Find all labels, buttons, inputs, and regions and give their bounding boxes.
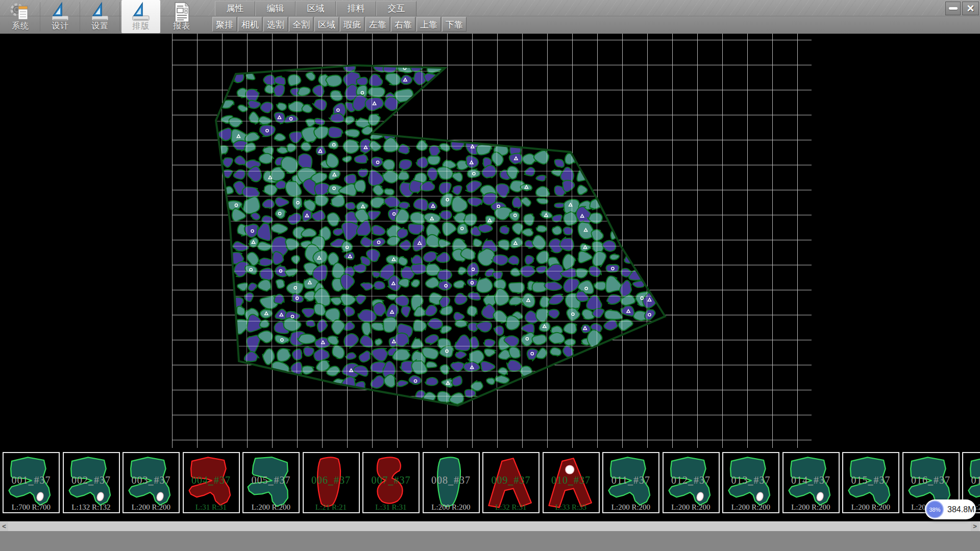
thumbnail-cell[interactable]: 013_#37L:200 R:200 [722, 452, 779, 513]
tab-nesting[interactable]: 排料 [336, 1, 376, 16]
cut-all-button[interactable]: 全割 [289, 17, 313, 32]
leather-hide-nest[interactable] [172, 34, 812, 448]
thumbnail-cell[interactable]: 005_#37L:200 R:200 [242, 452, 300, 513]
close-button[interactable]: ✕ [962, 2, 979, 15]
thumbnail-name-label: 006_#37 [304, 474, 359, 486]
thumbnail-counts-label: L:200 R:200 [424, 503, 479, 512]
thumbnail-name-label: 005_#37 [243, 474, 299, 486]
cpu-percent-indicator: 38% [926, 500, 944, 518]
thumbnail-counts-label: L:200 R:200 [243, 503, 299, 512]
set-square-icon [41, 2, 80, 23]
thumbnail-cell[interactable]: 002_#37L:132 R:132 [63, 452, 120, 513]
align-bottom-button[interactable]: 下靠 [442, 17, 467, 32]
thumbnail-name-label: 016_#37 [903, 474, 959, 486]
thumbnail-counts-label: L:200 R:200 [664, 503, 719, 512]
grid-overlay [172, 34, 812, 448]
horizontal-scrollbar[interactable]: < > [0, 521, 980, 531]
thumbnail-name-label: 004_#37 [184, 474, 239, 486]
thumbnail-cell[interactable]: 007_#37L:31 R:31 [362, 452, 420, 513]
system-button-label: 系统 [1, 21, 40, 32]
layout-button-label: 排版 [121, 21, 160, 32]
align-left-button[interactable]: 左靠 [365, 17, 390, 32]
thumbnail-cell[interactable]: 008_#37L:200 R:200 [423, 452, 480, 513]
design-button-label: 设计 [41, 21, 80, 32]
memory-value: 384.8M [947, 499, 974, 519]
piece-thumbnail-strip: 001_#37L:700 R:700002_#37L:132 R:132003_… [0, 448, 980, 521]
thumbnail-counts-label: L:31 R:31 [184, 503, 239, 512]
thumbnail-counts-label: L:200 R:200 [843, 503, 898, 512]
settings-button-label: 设置 [81, 21, 119, 32]
thumbnail-counts-label: L:200 R:200 [783, 503, 839, 512]
memory-usage-badge[interactable]: 38% 384.8M [925, 499, 976, 519]
region-button[interactable]: 区域 [314, 17, 339, 32]
thumbnail-counts-label: L:200 R:200 [603, 503, 658, 512]
align-right-button[interactable]: 右靠 [391, 17, 415, 32]
select-cut-button[interactable]: 选割 [263, 17, 288, 32]
thumbnail-name-label: 014_#37 [783, 474, 839, 486]
thumbnail-name-label: 011_#37 [603, 474, 658, 486]
thumbnail-cell[interactable]: 003_#37L:200 R:200 [122, 452, 180, 513]
minimize-icon [949, 7, 958, 10]
settings-button[interactable]: 设置 [81, 0, 119, 33]
set-square-icon [121, 2, 160, 23]
gear-icon [1, 2, 40, 23]
tab-edit[interactable]: 编辑 [255, 1, 296, 16]
thumbnail-name-label: 012_#37 [664, 474, 719, 486]
camera-button[interactable]: 相机 [238, 17, 262, 32]
tab-region[interactable]: 区域 [296, 1, 336, 16]
thumbnail-counts-label: L:200 R:200 [723, 503, 778, 512]
system-button[interactable]: 系统 [1, 0, 40, 33]
thumbnail-cell[interactable]: 010_#37L:33 R:33 [543, 452, 600, 513]
thumbnail-counts-label: L:32 R:31 [483, 503, 538, 512]
piece-hole [565, 465, 574, 474]
thumbnail-counts-label: L:132 R:132 [64, 503, 119, 512]
design-button[interactable]: 设计 [41, 0, 80, 33]
scroll-left-arrow-icon[interactable]: < [0, 522, 8, 531]
close-icon: ✕ [967, 4, 975, 13]
thumbnail-name-label: 002_#37 [64, 474, 119, 486]
thumbnail-name-label: 008_#37 [424, 474, 479, 486]
thumbnail-name-label: 003_#37 [124, 474, 179, 486]
thumbnail-cell[interactable]: 004_#37L:31 R:31 [183, 452, 240, 513]
tool-button-row: 聚排 相机 选割 全割 区域 瑕疵 左靠 右靠 上靠 下靠 [212, 17, 468, 32]
thumbnail-name-label: 015_#37 [843, 474, 898, 486]
thumbnail-cell[interactable]: 014_#37L:200 R:200 [782, 452, 840, 513]
thumbnail-cell[interactable]: 001_#37L:700 R:700 [3, 452, 60, 513]
thumbnail-name-label: 010_#37 [544, 474, 599, 486]
thumbnail-cell[interactable]: 011_#37L:200 R:200 [602, 452, 659, 513]
thumbnail-cell[interactable]: 006_#37L:21 R:21 [303, 452, 360, 513]
thumbnail-counts-label: L:200 R:200 [124, 503, 179, 512]
thumbnail-cell[interactable]: 009_#37L:32 R:31 [482, 452, 540, 513]
status-bar [0, 531, 980, 551]
report-icon [162, 2, 201, 23]
menu-tab-row: 属性 编辑 区域 排料 交互 [215, 1, 416, 15]
cluster-nest-button[interactable]: 聚排 [212, 17, 237, 32]
set-square-icon [81, 2, 119, 23]
tab-properties[interactable]: 属性 [215, 1, 255, 16]
thumbnail-cell[interactable]: 012_#37L:200 R:200 [663, 452, 720, 513]
report-button-label: 报表 [162, 21, 201, 32]
thumbnail-counts-label: L:31 R:31 [363, 503, 419, 512]
thumbnail-cell[interactable]: 015_#37L:200 R:200 [842, 452, 899, 513]
defect-button[interactable]: 瑕疵 [340, 17, 364, 32]
report-button[interactable]: 报表 [162, 0, 201, 33]
thumbnail-counts-label: L:700 R:700 [4, 503, 59, 512]
thumbnail-counts-label: L:21 R:21 [304, 503, 359, 512]
minimize-button[interactable] [945, 2, 961, 15]
layout-button-active[interactable]: 排版 [121, 0, 160, 33]
thumbnail-name-label: 007_#37 [363, 474, 419, 486]
main-toolbar: 系统 设计 [0, 0, 980, 34]
tab-interactive[interactable]: 交互 [376, 1, 416, 16]
nesting-canvas[interactable] [0, 34, 980, 448]
nesting-app-window: 系统 设计 [0, 0, 980, 551]
scroll-right-arrow-icon[interactable]: > [971, 522, 979, 531]
align-top-button[interactable]: 上靠 [416, 17, 441, 32]
thumbnail-counts-label: L:33 R:33 [544, 503, 599, 512]
thumbnail-name-label: 009_#37 [483, 474, 538, 486]
thumbnail-name-label: 013_#37 [723, 474, 778, 486]
thumbnail-name-label: 017_#37 [963, 474, 980, 486]
thumbnail-name-label: 001_#37 [4, 474, 59, 486]
